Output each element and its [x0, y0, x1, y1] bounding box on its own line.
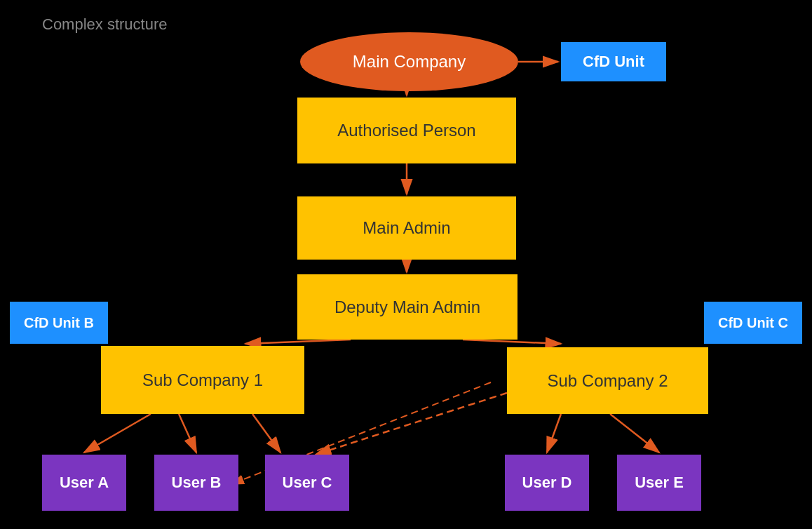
cfd-unit-c-label: CfD Unit C [718, 315, 788, 331]
main-company-label: Main Company [353, 52, 466, 72]
svg-line-6 [245, 340, 351, 344]
svg-line-8 [84, 414, 151, 453]
page-title: Complex structure [42, 15, 168, 34]
cfd-unit-b-label: CfD Unit B [24, 315, 94, 331]
svg-line-10 [252, 414, 280, 453]
user-a-node: User A [42, 455, 126, 511]
cfd-unit-top-label: CfD Unit [583, 53, 644, 71]
user-c-node: User C [265, 455, 349, 511]
sub-company-2-node: Sub Company 2 [507, 347, 708, 414]
user-d-label: User D [522, 474, 572, 492]
sub-company-1-node: Sub Company 1 [101, 346, 304, 414]
svg-line-13 [316, 393, 507, 455]
user-b-label: User B [172, 474, 222, 492]
user-b-node: User B [154, 455, 238, 511]
svg-line-7 [463, 340, 561, 344]
main-company-node: Main Company [300, 32, 518, 91]
cfd-unit-c-node: CfD Unit C [704, 302, 802, 344]
user-c-label: User C [283, 474, 332, 492]
deputy-main-admin-node: Deputy Main Admin [297, 274, 517, 340]
sub-company-1-label: Sub Company 1 [142, 370, 263, 390]
cfd-unit-b-node: CfD Unit B [10, 302, 108, 344]
svg-line-12 [610, 414, 659, 453]
sub-company-2-label: Sub Company 2 [547, 371, 668, 391]
user-a-label: User A [60, 474, 109, 492]
user-e-node: User E [617, 455, 701, 511]
main-admin-label: Main Admin [363, 218, 450, 238]
svg-line-11 [547, 414, 561, 453]
user-e-label: User E [635, 474, 684, 492]
svg-line-9 [179, 414, 196, 453]
cfd-unit-top-node: CfD Unit [561, 42, 666, 81]
authorised-person-node: Authorised Person [297, 98, 516, 163]
user-d-node: User D [505, 455, 589, 511]
deputy-main-admin-label: Deputy Main Admin [334, 297, 480, 317]
authorised-person-label: Authorised Person [337, 121, 475, 140]
main-admin-node: Main Admin [297, 196, 516, 260]
